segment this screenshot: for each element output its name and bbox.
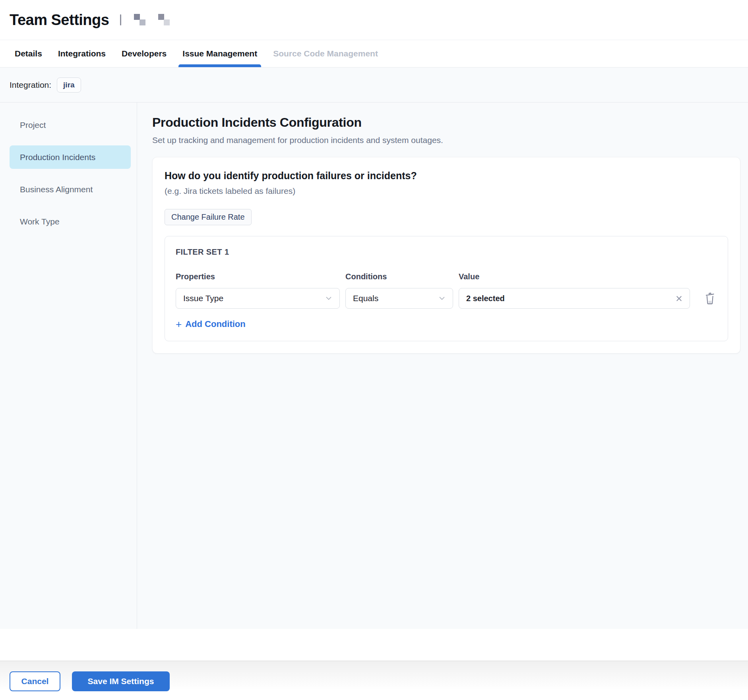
settings-body: Project Production Incidents Business Al…	[0, 102, 748, 629]
title-divider	[120, 14, 121, 25]
plus-icon: +	[176, 319, 182, 329]
section-subtitle: Set up tracking and management for produ…	[152, 135, 748, 145]
logo-square-light	[140, 19, 145, 25]
value-selected-count: 2 selected	[466, 294, 505, 303]
condition-select[interactable]: Equals	[345, 288, 453, 309]
page-header: Team Settings	[0, 0, 748, 40]
logo-square-dark	[158, 14, 164, 20]
sidebar-item-project[interactable]: Project	[10, 113, 131, 137]
chevron-down-icon	[324, 294, 333, 303]
value-multiselect[interactable]: 2 selected	[459, 288, 690, 309]
add-condition-label: Add Condition	[185, 319, 246, 329]
incidents-config-card: How do you identify production failures …	[152, 157, 740, 354]
integration-label: Integration:	[10, 80, 51, 90]
change-failure-rate-button[interactable]: Change Failure Rate	[165, 209, 252, 225]
pixel-logo-icon	[134, 14, 146, 26]
pixel-logo-icon	[158, 14, 170, 26]
condition-select-value: Equals	[353, 294, 378, 303]
filter-grid: Properties Conditions Value Issue Type E…	[176, 272, 717, 309]
section-title: Production Incidents Configuration	[152, 115, 748, 130]
tab-developers[interactable]: Developers	[122, 40, 167, 67]
filter-set-title: FILTER SET 1	[176, 248, 717, 257]
sidebar-item-production-incidents[interactable]: Production Incidents	[10, 145, 131, 169]
tab-details[interactable]: Details	[15, 40, 42, 67]
column-header-properties: Properties	[176, 272, 340, 281]
filter-set-box: FILTER SET 1 Properties Conditions Value…	[165, 236, 728, 341]
property-select[interactable]: Issue Type	[176, 288, 340, 309]
sidebar-item-work-type[interactable]: Work Type	[10, 210, 131, 233]
property-select-value: Issue Type	[183, 294, 223, 303]
tab-issue-management[interactable]: Issue Management	[182, 40, 257, 67]
sidebar-item-business-alignment[interactable]: Business Alignment	[10, 178, 131, 201]
card-hint: (e.g. Jira tickets labeled as failures)	[165, 186, 728, 196]
settings-sidebar: Project Production Incidents Business Al…	[0, 102, 137, 629]
team-settings-page: Team Settings Details Integrations Devel…	[0, 0, 748, 700]
footer-bar: Cancel Save IM Settings	[0, 661, 748, 700]
footer-actions: Cancel Save IM Settings	[10, 671, 170, 691]
cancel-button[interactable]: Cancel	[10, 671, 60, 691]
main-content: Production Incidents Configuration Set u…	[137, 102, 748, 629]
chevron-down-icon	[438, 294, 446, 303]
settings-tabbar: Details Integrations Developers Issue Ma…	[0, 40, 748, 68]
tab-source-code-management[interactable]: Source Code Management	[273, 40, 378, 67]
clear-value-icon[interactable]	[675, 294, 683, 303]
delete-filter-row-icon[interactable]	[704, 292, 716, 305]
page-title: Team Settings	[10, 12, 109, 29]
add-condition-button[interactable]: + Add Condition	[176, 319, 246, 329]
logo-square-light	[164, 19, 170, 25]
card-question: How do you identify production failures …	[165, 170, 728, 182]
column-header-conditions: Conditions	[345, 272, 453, 281]
integration-badge: jira	[57, 77, 81, 93]
tab-integrations[interactable]: Integrations	[58, 40, 106, 67]
row-actions	[696, 292, 717, 305]
save-im-settings-button[interactable]: Save IM Settings	[72, 671, 170, 691]
integration-bar: Integration: jira	[0, 68, 748, 102]
column-header-value: Value	[459, 272, 690, 281]
logo-square-dark	[134, 14, 140, 20]
